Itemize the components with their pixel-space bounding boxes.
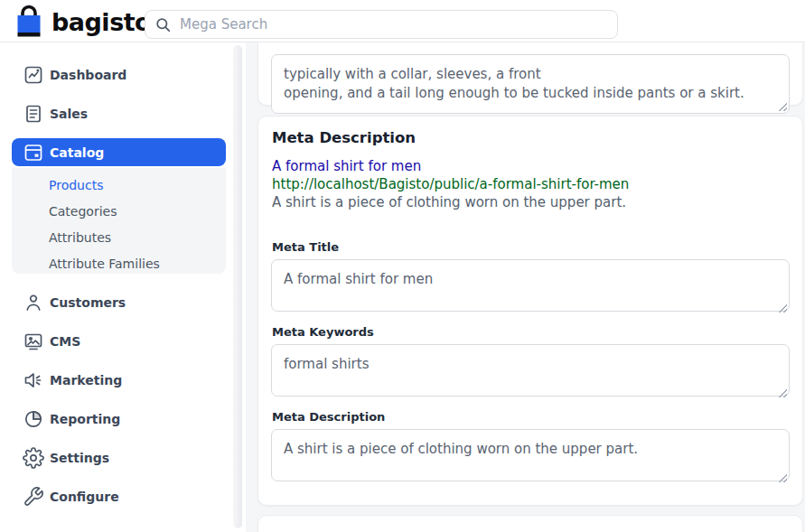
sidebar-item-marketing[interactable]: Marketing (12, 366, 226, 394)
sidebar-item-settings[interactable]: Settings (12, 443, 226, 471)
description-visible-line: opening, and a tail long enough to be tu… (284, 84, 777, 103)
top-header: bagisto (0, 0, 805, 42)
meta-keywords-label: Meta Keywords (272, 325, 374, 339)
product-description-textarea[interactable]: typically with a collar, sleeves, a fron… (271, 54, 790, 114)
product-edit-content: typically with a collar, sleeves, a fron… (246, 42, 805, 532)
sidebar-item-label: Dashboard (50, 68, 126, 82)
meta-keywords-input[interactable]: formal shirts (271, 344, 790, 397)
catalog-submenu: Products Categories Attributes Attribute… (12, 168, 226, 274)
meta-description-card: Meta Description A formal shirt for men … (257, 116, 803, 506)
bagisto-logo[interactable]: bagisto (13, 5, 151, 39)
sidebar-item-label: Settings (50, 451, 109, 465)
customers-icon (23, 292, 44, 313)
sidebar-scrollbar-thumb[interactable] (233, 45, 242, 528)
sidebar-item-reporting[interactable]: Reporting (12, 405, 226, 433)
sidebar-item-label: CMS (50, 334, 80, 349)
meta-title-input[interactable]: A formal shirt for men (271, 259, 790, 312)
sidebar-item-label: Marketing (50, 373, 122, 387)
sales-icon (23, 103, 44, 125)
seo-preview-description: A shirt is a piece of clothing worn on t… (272, 194, 626, 210)
meta-description-input[interactable]: A shirt is a piece of clothing worn on t… (271, 429, 790, 481)
description-card: typically with a collar, sleeves, a fron… (257, 42, 803, 106)
sidebar-item-configure[interactable]: Configure (12, 482, 226, 510)
meta-title-label: Meta Title (272, 240, 339, 254)
logo-wordmark: bagisto (51, 8, 151, 36)
meta-description-label: Meta Description (272, 410, 385, 424)
sidebar-subitem-attribute-families[interactable]: Attribute Families (12, 251, 226, 277)
configure-wrench-icon (23, 486, 44, 508)
seo-preview-link: A formal shirt for men (272, 158, 421, 174)
search-icon (154, 16, 172, 33)
reporting-pie-chart-icon (23, 408, 44, 430)
sidebar-item-label: Reporting (50, 412, 120, 426)
search-input[interactable] (180, 16, 608, 33)
sidebar-item-catalog[interactable]: Catalog (12, 138, 226, 166)
card-title: Meta Description (272, 129, 416, 146)
marketing-megaphone-icon (23, 369, 44, 391)
sidebar-item-label: Sales (50, 107, 88, 121)
dashboard-icon (23, 64, 44, 86)
sidebar-item-label: Configure (50, 490, 119, 504)
description-clipped-line: typically with a collar, sleeves, a fron… (284, 65, 777, 84)
sidebar-nav: Dashboard Sales Catalog Produc (0, 42, 246, 532)
cms-icon (23, 331, 44, 352)
sidebar-item-dashboard[interactable]: Dashboard (12, 61, 226, 89)
sidebar-subitem-products[interactable]: Products (12, 173, 226, 199)
sidebar-item-sales[interactable]: Sales (12, 99, 226, 127)
sidebar-subitem-categories[interactable]: Categories (12, 199, 226, 225)
mega-search-box (145, 10, 618, 39)
shopping-bag-logo-icon (13, 5, 45, 39)
catalog-icon (23, 142, 44, 163)
next-section-card (257, 515, 803, 532)
bagisto-admin-window: bagisto Dashboard (0, 0, 805, 532)
sidebar-item-label: Customers (50, 295, 126, 310)
sidebar-item-cms[interactable]: CMS (12, 327, 226, 355)
sidebar-subitem-attributes[interactable]: Attributes (12, 225, 226, 251)
sidebar-item-customers[interactable]: Customers (12, 288, 226, 316)
settings-gear-icon (23, 447, 44, 469)
sidebar-item-label: Catalog (50, 145, 104, 160)
seo-preview-url: http://localhost/Bagisto/public/a-formal… (272, 176, 629, 192)
